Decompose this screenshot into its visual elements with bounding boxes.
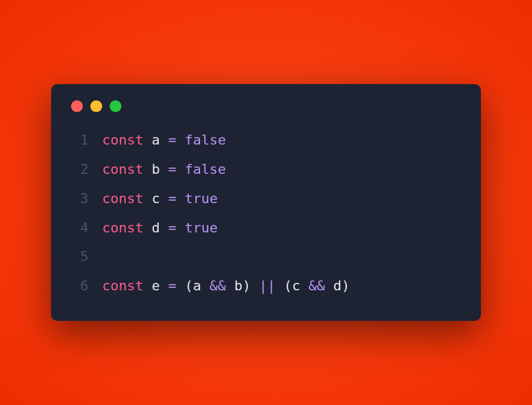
minimize-icon[interactable] xyxy=(90,100,102,112)
code-line[interactable]: 4const d = true xyxy=(71,219,461,238)
line-number: 5 xyxy=(71,247,88,267)
code-editor-window: 1const a = false2const b = false3const c… xyxy=(51,84,481,321)
code-line[interactable]: 1const a = false xyxy=(71,131,461,150)
line-content[interactable]: const e = (a && b) || (c && d) xyxy=(102,277,349,296)
code-line[interactable]: 3const c = true xyxy=(71,189,461,209)
code-line[interactable]: 2const b = false xyxy=(71,160,461,179)
line-number: 3 xyxy=(71,189,88,209)
line-content[interactable]: const d = true xyxy=(102,219,217,238)
line-number: 1 xyxy=(71,131,88,150)
line-content[interactable] xyxy=(102,247,110,267)
line-number: 4 xyxy=(71,219,88,238)
line-content[interactable]: const b = false xyxy=(102,160,226,179)
line-number: 2 xyxy=(71,160,88,179)
code-line[interactable]: 5 xyxy=(71,247,461,267)
window-titlebar xyxy=(71,100,461,112)
line-content[interactable]: const a = false xyxy=(102,131,226,150)
line-content[interactable]: const c = true xyxy=(102,189,217,209)
code-area[interactable]: 1const a = false2const b = false3const c… xyxy=(71,131,461,296)
code-line[interactable]: 6const e = (a && b) || (c && d) xyxy=(71,277,461,296)
maximize-icon[interactable] xyxy=(110,100,121,112)
line-number: 6 xyxy=(71,277,88,296)
close-icon[interactable] xyxy=(71,100,83,112)
